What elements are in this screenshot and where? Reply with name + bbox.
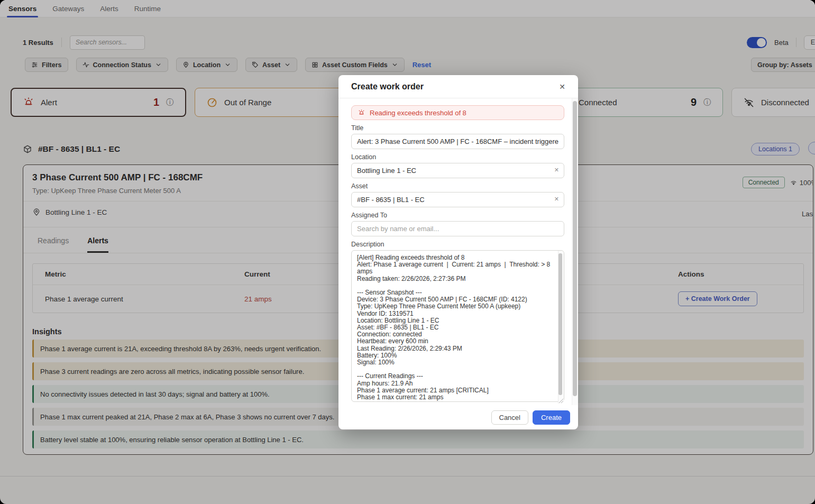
- assigned-to-label: Assigned To: [351, 212, 564, 219]
- clear-icon[interactable]: ✕: [554, 196, 559, 203]
- clear-icon[interactable]: ✕: [554, 167, 559, 173]
- alert-banner-text: Reading exceeds threshold of 8: [370, 109, 466, 117]
- description-field[interactable]: [Alert] Reading exceeds threshold of 8 A…: [351, 250, 564, 402]
- modal-title: Create work order: [351, 82, 424, 91]
- asset-field[interactable]: [351, 192, 564, 207]
- asset-select: ✕: [351, 192, 564, 207]
- close-icon[interactable]: ✕: [559, 83, 565, 91]
- scrollbar-thumb[interactable]: [573, 101, 577, 396]
- cancel-button[interactable]: Cancel: [491, 410, 528, 425]
- modal-header: Create work order ✕: [338, 75, 578, 98]
- location-field[interactable]: [351, 163, 564, 178]
- location-select: ✕: [351, 163, 564, 178]
- scrollbar-thumb[interactable]: [558, 253, 562, 395]
- asset-label: Asset: [351, 182, 564, 190]
- location-label: Location: [351, 153, 564, 161]
- create-work-order-modal: Create work order ✕ Reading exceeds thre…: [338, 75, 578, 429]
- alert-banner: Reading exceeds threshold of 8: [351, 105, 564, 120]
- alarm-icon: [358, 109, 365, 116]
- textarea-scrollbar[interactable]: [558, 251, 564, 404]
- create-button[interactable]: Create: [533, 410, 570, 425]
- description-wrap: [Alert] Reading exceeds threshold of 8 A…: [351, 250, 564, 404]
- modal-footer: Cancel Create: [338, 405, 578, 429]
- app-window: Sensors Gateways Alerts Runtime 1 Result…: [0, 0, 815, 504]
- description-label: Description: [351, 241, 564, 248]
- modal-body: Reading exceeds threshold of 8 Title Loc…: [338, 98, 578, 405]
- modal-scrollbar[interactable]: [572, 98, 578, 405]
- assigned-to-field[interactable]: [351, 221, 564, 236]
- title-field[interactable]: [351, 134, 564, 149]
- title-label: Title: [351, 124, 564, 132]
